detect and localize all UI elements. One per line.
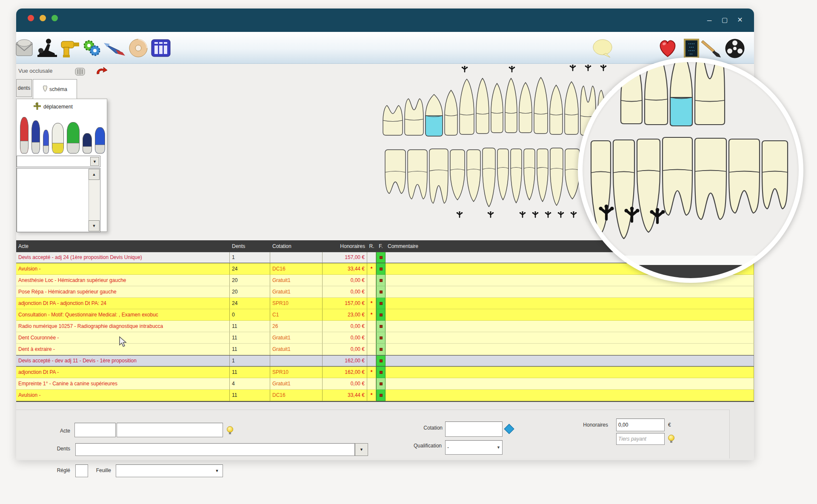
tooth[interactable] [565,82,578,134]
tooth[interactable] [519,83,532,133]
tooth[interactable] [405,99,423,135]
tooth[interactable] [511,149,522,203]
maximize-button[interactable]: ▢ [719,13,730,27]
scrollbar-track[interactable] [89,180,100,220]
tooth-highlighted-crown[interactable] [670,97,692,126]
extraction-mark-icon [545,211,551,217]
scroll-up-icon[interactable]: ▲ [89,169,100,180]
tooth[interactable] [537,149,548,202]
cell-f [376,390,386,401]
feuille-dropdown-arrow-icon[interactable]: ▼ [213,466,221,476]
qualification-select[interactable]: - ▼ [445,440,503,455]
table-row[interactable]: Anesthésie Loc - Hémicadran supérieur ga… [16,275,754,286]
dents-input[interactable] [75,443,355,456]
tool-red-implant[interactable] [20,117,29,154]
honoraires-input[interactable] [616,419,665,431]
table-row[interactable]: Avulsion -11DC1633,44 €* [16,390,754,401]
technician-icon[interactable] [36,38,58,58]
column-header: Dents [230,243,270,249]
tooth[interactable] [550,148,563,205]
cell-f [376,298,386,309]
table-row[interactable]: Empreinte 1° - Canine à canine supérieur… [16,378,754,390]
tooth-highlighted-crown[interactable] [426,116,443,136]
table-row[interactable]: Consultation - Motif: Questionnaire Medi… [16,309,754,321]
mail-icon[interactable] [15,38,34,58]
tooth[interactable] [762,141,788,209]
tool-blue-implant[interactable] [31,120,40,154]
tooth[interactable] [383,105,403,135]
tooth[interactable] [491,83,503,133]
scroll-down-icon[interactable]: ▼ [89,220,100,231]
tooth[interactable] [408,150,427,199]
cell-f [376,332,386,344]
tool-small-blue[interactable] [43,130,49,154]
tooth[interactable] [450,150,465,200]
regle-checkbox[interactable] [75,464,88,477]
table-row[interactable]: Dent à extraire -11Gratuit10,00 € [16,344,754,355]
maximize-traffic-light[interactable] [51,15,58,21]
tooth[interactable] [645,62,668,125]
tooth[interactable] [505,78,517,133]
drill-icon[interactable] [60,38,81,58]
table-row[interactable]: Devis accepté - dev adj 11 - Devis - 1èr… [16,355,754,367]
close-traffic-light[interactable] [28,15,34,21]
heart-icon[interactable] [658,38,677,58]
move-tool[interactable]: déplacement [34,103,73,111]
feuille-select[interactable] [116,464,223,477]
minimize-button[interactable]: – [704,13,715,27]
qualification-dropdown-arrow-icon[interactable]: ▼ [497,445,500,450]
acte-suggest-bulb-icon[interactable] [227,426,233,433]
tooth[interactable] [534,77,548,134]
tiers-payant-bulb-icon[interactable] [668,435,674,441]
cell-commentaire [386,344,754,355]
acte-code-input[interactable] [74,423,116,437]
combo-dropdown-arrow-icon[interactable]: ▼ [90,157,99,166]
airbrush-icon[interactable] [103,38,127,58]
tooth[interactable] [476,78,489,134]
dents-dropdown-arrow-icon[interactable]: ▼ [355,443,368,456]
tool-blue[interactable] [95,127,105,154]
table-row[interactable]: Radio numérique 10257 - Radiographie dia… [16,321,754,332]
paintbrush-icon[interactable] [700,38,724,58]
tooth[interactable] [497,149,508,200]
xray-frame-icon[interactable] [683,38,700,58]
tool-navy[interactable] [83,133,92,154]
treatment-combobox[interactable]: ▼ [17,156,100,167]
chat-bubble-icon[interactable] [591,38,614,58]
table-row[interactable]: adjonction Dt PA - adjonction Dt PA: 242… [16,298,754,309]
close-button[interactable]: ✕ [734,13,746,27]
minimize-traffic-light[interactable] [40,15,46,21]
cd-icon[interactable] [128,38,149,58]
table-row[interactable]: Dent Couronnée -11Gratuit10,00 € [16,332,754,344]
cotation-input[interactable] [445,421,503,437]
tooth[interactable] [591,141,611,233]
organizer-icon[interactable] [151,38,171,58]
tooth[interactable] [460,79,474,134]
tooth[interactable] [613,140,634,239]
tooth[interactable] [663,137,692,215]
tool-crown-yellow[interactable] [52,123,64,154]
cotation-diamond-icon[interactable] [504,424,514,434]
tiers-payant-input[interactable] [616,433,665,445]
acte-desc-input[interactable] [117,423,223,437]
treatment-listbox[interactable]: ▲ ▼ [17,168,100,232]
tab-schema[interactable]: schéma [33,79,77,99]
tooth[interactable] [467,150,480,202]
gears-icon[interactable] [83,38,101,58]
cell-honoraires: 0,00 € [323,378,367,390]
film-reel-icon[interactable] [724,38,746,58]
tooth[interactable] [729,139,760,213]
tooth[interactable] [695,62,725,125]
tool-green[interactable] [67,122,80,154]
table-row[interactable]: adjonction Dt PA -11SPR10162,00 €* [16,367,754,378]
tooth[interactable] [565,149,580,199]
tooth[interactable] [524,149,535,200]
tooth[interactable] [429,149,448,203]
tooth[interactable] [445,90,457,135]
table-row[interactable]: Pose Répa - Hémicadran supérieur gauche2… [16,286,754,298]
tooth[interactable] [695,138,726,219]
schema-tools-panel: déplacement ▼ ▲ ▼ [16,99,107,232]
tooth[interactable] [550,85,563,134]
tooth[interactable] [483,148,495,207]
title-bar[interactable]: – ▢ ✕ [16,9,754,32]
